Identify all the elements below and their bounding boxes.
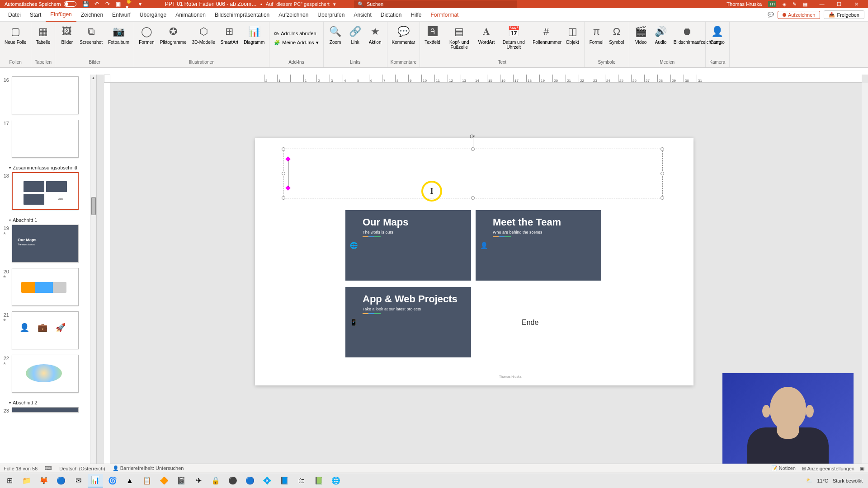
chart-button[interactable]: 📊Diagramm — [242, 23, 266, 46]
comment-button[interactable]: 💬Kommentar — [390, 23, 417, 46]
shapes-button[interactable]: ◯Formen — [137, 23, 156, 46]
thumbnail-16[interactable]: 16 — [3, 76, 87, 114]
redo-icon[interactable]: ↷ — [104, 1, 111, 7]
resize-handle-nw[interactable] — [282, 147, 285, 151]
audio-button[interactable]: 🔊Audio — [652, 23, 670, 46]
maximize-button[interactable]: ☐ — [831, 0, 847, 8]
smartart-button[interactable]: ⊞SmartArt — [219, 23, 240, 46]
table-button[interactable]: ▦Tabelle — [34, 23, 52, 46]
task-app5[interactable]: 🔵 — [242, 474, 258, 488]
tab-zeichnen[interactable]: Zeichnen — [76, 8, 108, 22]
new-slide-button[interactable]: ▢Neue Folie — [3, 23, 28, 46]
resize-handle-e[interactable] — [660, 172, 664, 175]
scroll-handle[interactable] — [91, 197, 96, 215]
task-obs[interactable]: ⚫ — [225, 474, 241, 488]
task-app4[interactable]: 🔒 — [208, 474, 223, 488]
task-word[interactable]: 📘 — [277, 474, 292, 488]
resize-handle-se[interactable] — [660, 196, 664, 200]
task-app6[interactable]: 💠 — [259, 474, 275, 488]
scroll-up-icon[interactable]: ▲ — [90, 75, 96, 81]
task-powerpoint[interactable]: 📊 — [88, 474, 103, 488]
tab-uebergaenge[interactable]: Übergänge — [135, 8, 171, 22]
weather-icon[interactable]: ⛅ — [806, 478, 812, 483]
screenshot-button[interactable]: ⧉Screenshot — [78, 23, 104, 46]
tab-entwurf[interactable]: Entwurf — [108, 8, 135, 22]
resize-handle-s[interactable] — [471, 196, 475, 200]
photoalbum-button[interactable]: 📷Fotoalbum — [106, 23, 131, 46]
notes-button[interactable]: 📝 Notizen — [771, 465, 796, 471]
present-icon[interactable]: ▣ — [115, 1, 122, 7]
screenrec-button[interactable]: ⏺Bildschirmaufzeichnung — [672, 23, 703, 46]
search-box[interactable]: 🔍 — [354, 0, 517, 8]
tab-datei[interactable]: Datei — [4, 8, 25, 22]
task-app3[interactable]: 🔶 — [156, 474, 172, 488]
tab-dictation[interactable]: Dictation — [376, 8, 406, 22]
canvas-scrollbar[interactable] — [862, 83, 868, 474]
task-chrome[interactable]: 🔵 — [53, 474, 69, 488]
slide-canvas[interactable]: 🌐 Our MapsThe worls is ours 👤 Meet the T… — [255, 138, 693, 385]
accessibility-label[interactable]: 👤 Barrierefreiheit: Untersuchen — [113, 465, 184, 471]
thumbnail-21[interactable]: 21★👤💼🚀 — [3, 311, 87, 349]
action-button[interactable]: ★Aktion — [366, 23, 384, 46]
section-summary[interactable]: Zusammenfassungsabschnitt — [3, 163, 87, 172]
task-telegram[interactable]: ✈ — [191, 474, 206, 488]
window-layout-icon[interactable]: ▦ — [803, 1, 807, 7]
start-button[interactable]: ⊞ — [2, 474, 17, 488]
card-meet-team[interactable]: 👤 Meet the TeamWho are behind the scenes — [476, 210, 601, 281]
thumbnail-19[interactable]: 19★Our MapsThe worls is ours — [3, 225, 87, 263]
tab-animationen[interactable]: Animationen — [171, 8, 210, 22]
task-firefox[interactable]: 🦊 — [36, 474, 52, 488]
chevron-down-icon[interactable]: ▾ — [333, 1, 336, 7]
resize-handle-n[interactable] — [471, 147, 475, 151]
images-button[interactable]: 🖼Bilder — [58, 23, 76, 46]
tab-start[interactable]: Start — [25, 8, 46, 22]
view-normal-icon[interactable]: ▣ — [860, 465, 864, 471]
task-app7[interactable]: 🗂 — [294, 474, 309, 488]
comments-icon[interactable]: 💬 — [768, 12, 774, 18]
card-our-maps[interactable]: 🌐 Our MapsThe worls is ours — [345, 210, 471, 281]
header-footer-button[interactable]: ▤Kopf- und Fußzeile — [444, 23, 475, 51]
section-1[interactable]: Abschnitt 1 — [3, 216, 87, 225]
tab-ansicht[interactable]: Ansicht — [349, 8, 376, 22]
thumbnail-23[interactable]: 23 — [3, 407, 87, 413]
qat-more-icon[interactable]: ▾ — [137, 1, 143, 7]
tab-ueberpruefen[interactable]: Überprüfen — [313, 8, 349, 22]
slide-counter[interactable]: Folie 18 von 56 — [4, 466, 38, 471]
3d-models-button[interactable]: ⬡3D-Modelle — [190, 23, 217, 46]
section-2[interactable]: Abschnitt 2 — [3, 398, 87, 407]
review-icon[interactable]: ✎ — [793, 1, 797, 7]
card-app-web[interactable]: 📱 App & Web ProjectsTake a look at our l… — [345, 287, 471, 357]
display-settings-button[interactable]: 🖥 Anzeigeeinstellungen — [801, 466, 854, 471]
video-button[interactable]: 🎬Video — [632, 23, 650, 46]
cameo-button[interactable]: 👤Cameo — [708, 23, 726, 46]
touch-mode-icon[interactable]: ✋▾ — [126, 1, 132, 7]
resize-handle-w[interactable] — [282, 172, 285, 175]
task-outlook[interactable]: ✉ — [71, 474, 86, 488]
task-edge[interactable]: 🌐 — [328, 474, 344, 488]
thumb-scrollbar[interactable]: ▲▼ — [90, 75, 96, 474]
get-addins-button[interactable]: 🛍Add-Ins abrufen — [272, 30, 320, 37]
thumbnail-18[interactable]: 18 Ende — [3, 172, 87, 210]
my-addins-button[interactable]: 🧩Meine Add-Ins▾ — [272, 39, 320, 47]
spellcheck-icon[interactable]: ⌨ — [45, 465, 52, 471]
zoom-button[interactable]: 🔍Zoom — [326, 23, 344, 46]
selected-textbox[interactable] — [283, 149, 663, 198]
textbox-button[interactable]: 🅰Textfeld — [423, 23, 442, 46]
wordart-button[interactable]: 𝐀WordArt — [476, 23, 497, 46]
equation-button[interactable]: πFormel — [587, 23, 605, 46]
record-button[interactable]: Aufzeichnen — [778, 11, 821, 19]
task-app2[interactable]: 📋 — [139, 474, 155, 488]
thumbnail-22[interactable]: 22★ — [3, 355, 87, 393]
toggle-switch-icon[interactable] — [64, 1, 76, 7]
task-excel[interactable]: 📗 — [311, 474, 326, 488]
task-vlc[interactable]: ▲ — [122, 474, 137, 488]
undo-icon[interactable]: ↶ — [94, 1, 100, 7]
search-input[interactable] — [367, 1, 513, 7]
tab-praesentation[interactable]: Bildschirmpräsentation — [210, 8, 274, 22]
thumbnail-17[interactable]: 17 — [3, 120, 87, 158]
close-button[interactable]: ✕ — [848, 0, 864, 8]
autosave-toggle[interactable]: Automatisches Speichern — [2, 1, 79, 7]
object-button[interactable]: ◫Objekt — [563, 23, 581, 46]
tab-einfuegen[interactable]: Einfügen — [46, 8, 76, 22]
tab-aufzeichnen[interactable]: Aufzeichnen — [274, 8, 313, 22]
